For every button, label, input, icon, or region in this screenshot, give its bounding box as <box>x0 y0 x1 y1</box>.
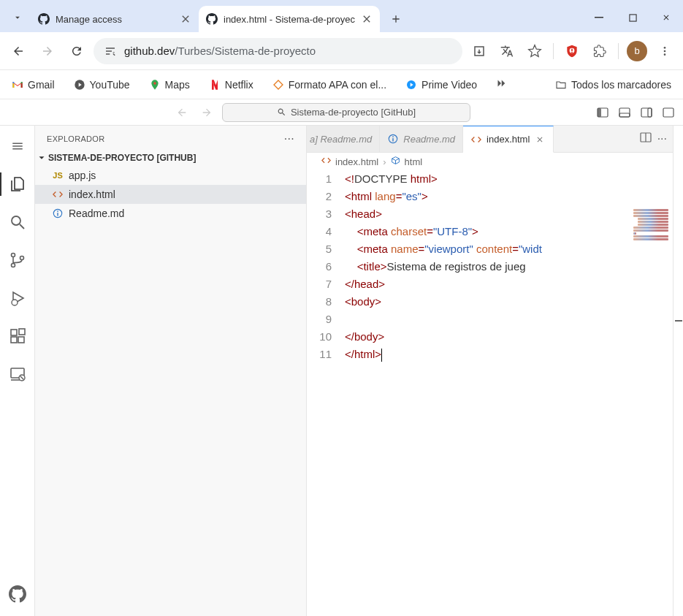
menu-button[interactable] <box>0 132 35 161</box>
file-list: JSapp.jsindex.htmlReadme.md <box>35 164 306 224</box>
file-row[interactable]: index.html <box>35 185 306 204</box>
ublock-icon[interactable] <box>560 39 584 64</box>
svg-rect-12 <box>598 108 601 117</box>
explorer-activity[interactable] <box>0 170 35 199</box>
sidebar-more-button[interactable]: ··· <box>284 132 294 145</box>
svg-rect-3 <box>571 48 573 50</box>
arrow-left-icon <box>12 45 25 58</box>
svg-rect-13 <box>619 108 630 117</box>
bookmark-gmail[interactable]: Gmail <box>7 76 59 94</box>
youtube-icon <box>74 79 85 91</box>
svg-point-18 <box>12 216 20 225</box>
svg-rect-4 <box>571 51 573 53</box>
separator <box>553 43 554 59</box>
prime-icon <box>405 79 417 91</box>
svg-line-19 <box>20 224 24 229</box>
editor-tab[interactable]: Readme.md <box>380 126 463 152</box>
split-editor-button[interactable] <box>640 132 652 146</box>
browser-menu-button[interactable] <box>652 39 677 64</box>
editor-tab[interactable]: index.html <box>463 126 554 153</box>
source-control-activity[interactable] <box>0 246 35 275</box>
command-center-text: Sistema-de-proyecto [GitHub] <box>291 107 416 118</box>
editor-tab[interactable]: a] Readme.md <box>307 126 380 152</box>
minimap[interactable] <box>629 208 673 267</box>
file-row[interactable]: Readme.md <box>35 204 306 223</box>
remote-activity[interactable] <box>0 360 35 389</box>
sidebar-header: EXPLORADOR ··· <box>35 126 306 151</box>
profile-avatar: b <box>627 41 647 61</box>
breadcrumbs[interactable]: index.html › html <box>307 153 673 170</box>
nav-forward[interactable] <box>197 103 216 122</box>
bookmark-star-icon[interactable] <box>522 39 547 64</box>
code-editor[interactable]: 1234567891011 <!DOCTYPE html><html lang=… <box>307 170 673 616</box>
bookmark-maps[interactable]: Maps <box>145 76 194 94</box>
editor-more-button[interactable]: ··· <box>657 132 667 145</box>
arrow-right-icon <box>41 45 54 58</box>
chevrons-right-icon <box>495 77 508 90</box>
bookmark-netflix[interactable]: Netflix <box>205 76 258 94</box>
bookmark-youtube[interactable]: YouTube <box>69 76 134 94</box>
reload-button[interactable] <box>64 39 89 64</box>
github-icon <box>206 13 218 25</box>
close-icon <box>535 135 544 144</box>
nav-back[interactable] <box>172 103 191 122</box>
right-edge-scroll[interactable] <box>673 126 683 616</box>
close-icon[interactable] <box>361 13 373 25</box>
profile-button[interactable]: b <box>625 39 649 64</box>
layout-customize-icon[interactable] <box>660 104 677 121</box>
minimize-button[interactable] <box>582 3 616 32</box>
svg-point-9 <box>153 82 156 84</box>
all-bookmarks[interactable]: Todos los marcadores <box>551 76 676 94</box>
extensions-icon[interactable] <box>587 39 612 64</box>
vscode-titlebar: Sistema-de-proyecto [GitHub] <box>0 99 683 126</box>
chevron-down-icon <box>37 153 47 163</box>
install-app-icon[interactable] <box>467 39 492 64</box>
close-window-button[interactable] <box>649 3 683 32</box>
translate-icon[interactable] <box>495 39 519 64</box>
back-button[interactable] <box>6 39 31 64</box>
url-text: github.dev/Turbes/Sistema-de-proyecto <box>124 45 316 57</box>
forward-button[interactable] <box>35 39 60 64</box>
split-icon <box>640 132 652 143</box>
project-section[interactable]: SISTEMA-DE-PROYECTO [GITHUB] <box>35 151 306 164</box>
layout-sidebar-right-icon[interactable] <box>638 104 655 121</box>
extensions-activity[interactable] <box>0 322 35 351</box>
bookmarks-bar: Gmail YouTube Maps Netflix Formato APA c… <box>0 70 683 99</box>
code-icon <box>321 156 331 167</box>
arrow-left-icon <box>176 107 188 118</box>
site-settings-icon[interactable] <box>104 45 117 58</box>
url-box[interactable]: github.dev/Turbes/Sistema-de-proyecto <box>94 38 462 64</box>
search-activity[interactable] <box>0 208 35 237</box>
diamond-icon <box>272 79 284 91</box>
bookmark-prime-video[interactable]: Prime Video <box>401 76 481 94</box>
address-actions: b <box>467 39 677 64</box>
command-center[interactable]: Sistema-de-proyecto [GitHub] <box>222 103 470 122</box>
close-icon[interactable] <box>180 13 191 25</box>
svg-point-21 <box>11 264 15 267</box>
github-activity[interactable] <box>0 579 35 609</box>
branch-icon <box>9 251 26 269</box>
layout-panel-icon[interactable] <box>616 104 633 121</box>
maximize-button[interactable] <box>616 3 649 32</box>
browser-tab[interactable]: Manage access <box>31 6 199 32</box>
svg-point-5 <box>664 47 666 49</box>
svg-rect-25 <box>11 337 17 343</box>
file-row[interactable]: JSapp.js <box>35 166 306 185</box>
tab-search-dropdown[interactable] <box>7 7 28 28</box>
new-tab-button[interactable] <box>384 7 408 31</box>
gmail-icon <box>12 79 23 91</box>
address-bar: github.dev/Turbes/Sistema-de-proyecto b <box>0 32 683 70</box>
svg-rect-16 <box>648 108 652 117</box>
layout-sidebar-left-icon[interactable] <box>594 104 611 121</box>
bookmark-formato-apa[interactable]: Formato APA con el... <box>268 76 391 94</box>
folder-icon <box>555 79 567 91</box>
run-debug-activity[interactable] <box>0 284 35 313</box>
editor-tabs: a] Readme.md Readme.md index.html ··· <box>307 126 673 153</box>
code-content[interactable]: <!DOCTYPE html><html lang="es"><head> <m… <box>345 170 673 616</box>
browser-tab[interactable]: index.html - Sistema-de-proyec <box>199 6 380 32</box>
hamburger-icon <box>11 140 24 153</box>
close-tab-button[interactable] <box>534 134 546 145</box>
reload-icon <box>70 45 83 58</box>
svg-rect-14 <box>619 113 630 117</box>
bookmarks-overflow[interactable] <box>492 74 511 95</box>
